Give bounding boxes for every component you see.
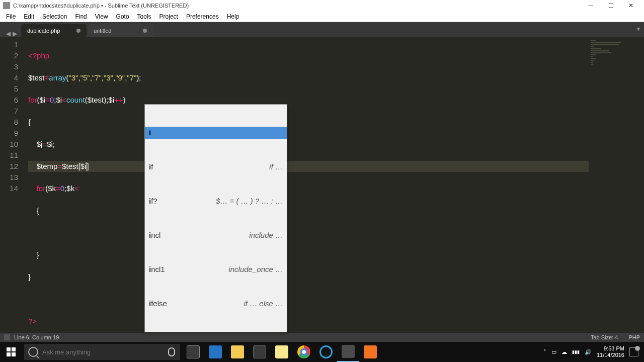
- svg-rect-0: [7, 347, 11, 351]
- autocomplete-popup[interactable]: i if if … if? $… = ( … ) ? … : … incl in…: [144, 104, 287, 332]
- close-button[interactable]: ✕: [621, 0, 641, 11]
- autocomplete-item[interactable]: if if …: [145, 161, 287, 173]
- status-icon[interactable]: [4, 334, 10, 340]
- autocomplete-item[interactable]: incl include …: [145, 229, 287, 241]
- svg-rect-3: [12, 352, 16, 356]
- menu-help[interactable]: Help: [223, 12, 244, 21]
- window-title: C:\xampp\htdocs\test\duplicate.php • - S…: [13, 3, 581, 9]
- tab-nav-arrows[interactable]: ◀▶: [2, 30, 21, 37]
- editor-area[interactable]: 123 456 789 101112 1314 <?php $test=arra…: [0, 37, 644, 333]
- action-center-icon[interactable]: [629, 347, 638, 356]
- svg-rect-2: [7, 352, 11, 356]
- search-icon: [28, 347, 38, 357]
- menu-goto[interactable]: Goto: [112, 12, 133, 21]
- dirty-indicator-icon: [76, 29, 80, 33]
- menu-view[interactable]: View: [91, 12, 112, 21]
- menu-preferences[interactable]: Preferences: [182, 12, 223, 21]
- code-view[interactable]: <?php $test=array("3","5","7","3","9","7…: [24, 37, 589, 333]
- menu-edit[interactable]: Edit: [20, 12, 38, 21]
- autocomplete-item[interactable]: i: [145, 127, 287, 139]
- minimap[interactable]: [589, 37, 644, 333]
- autocomplete-item[interactable]: ifelse if … else …: [145, 298, 287, 310]
- status-syntax[interactable]: PHP: [628, 334, 640, 340]
- menu-selection[interactable]: Selection: [38, 12, 71, 21]
- menu-project[interactable]: Project: [155, 12, 182, 21]
- windows-logo-icon: [7, 347, 16, 356]
- tray-clock[interactable]: 9:53 PM 11/14/2016: [597, 345, 624, 358]
- autocomplete-item[interactable]: incl1 include_once …: [145, 263, 287, 276]
- menu-bar: File Edit Selection Find View Goto Tools…: [0, 11, 644, 22]
- window-titlebar: C:\xampp\htdocs\test\duplicate.php • - S…: [0, 0, 644, 11]
- tab-untitled[interactable]: untitled: [88, 24, 153, 37]
- line-gutter: 123 456 789 101112 1314: [0, 37, 24, 333]
- svg-rect-1: [12, 347, 16, 351]
- start-button[interactable]: [0, 342, 22, 362]
- tab-label: untitled: [94, 28, 111, 34]
- tab-duplicate-php[interactable]: duplicate.php: [21, 24, 87, 37]
- menu-find[interactable]: Find: [71, 12, 91, 21]
- menu-tools[interactable]: Tools: [133, 12, 155, 21]
- tab-label: duplicate.php: [27, 28, 60, 34]
- minimize-button[interactable]: ─: [581, 0, 601, 11]
- tab-strip: ◀▶ duplicate.php untitled ▼: [0, 22, 644, 37]
- autocomplete-item[interactable]: if? $… = ( … ) ? … : …: [145, 195, 287, 207]
- menu-file[interactable]: File: [2, 12, 20, 21]
- dirty-indicator-icon: [143, 29, 147, 33]
- maximize-button[interactable]: ☐: [601, 0, 621, 11]
- app-icon: [3, 2, 10, 9]
- status-tab-size[interactable]: Tab Size: 4: [591, 334, 618, 340]
- tab-overflow-icon[interactable]: ▼: [636, 26, 641, 32]
